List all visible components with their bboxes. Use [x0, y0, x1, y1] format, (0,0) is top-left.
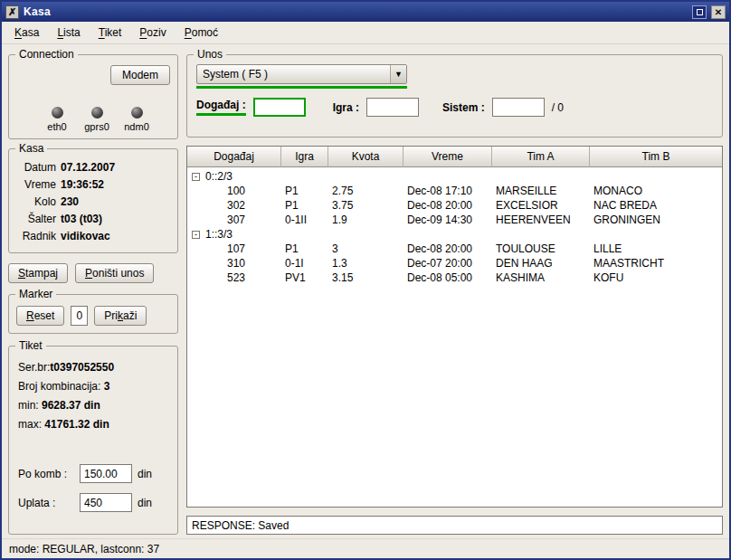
header-kvota[interactable]: Kvota	[328, 147, 403, 167]
table-cell: Dec-08 20:00	[403, 199, 492, 212]
table-cell: Dec-08 05:00	[403, 271, 492, 284]
menu-item-poziv[interactable]: Poziv	[131, 23, 174, 43]
radnik-label: Radnik	[16, 228, 56, 245]
table-cell: 107	[187, 242, 281, 255]
led-panel: eth0 gprs0 ndm0	[40, 107, 154, 132]
dogadjaj-input[interactable]	[253, 98, 306, 117]
table-cell: 307	[187, 214, 281, 226]
min-line: min: 9628.37 din	[18, 396, 168, 415]
unos-legend: Unos	[194, 48, 226, 62]
prikazi-button[interactable]: Prikaži	[94, 306, 147, 326]
header-tim-a[interactable]: Tim A	[492, 147, 590, 167]
led-label: ndm0	[124, 121, 149, 132]
table-cell: 523	[187, 271, 281, 284]
table-cell: NAC BREDA	[590, 199, 722, 212]
chevron-down-icon: ▼	[390, 65, 406, 83]
uplata-label: Uplata :	[18, 497, 74, 509]
uplata-unit: din	[138, 497, 152, 509]
table-cell: PV1	[281, 271, 328, 284]
status-bar: mode: REGULAR, lastconn: 37	[2, 538, 729, 558]
header-vreme[interactable]: Vreme	[403, 147, 492, 167]
radnik-value: vidikovac	[61, 228, 110, 245]
header-tim-b[interactable]: Tim B	[590, 147, 722, 167]
serial-label: Ser.br:	[18, 361, 50, 374]
table-cell: 310	[187, 257, 281, 270]
table-cell: P1	[281, 242, 328, 255]
table-cell: Dec-07 20:00	[403, 257, 492, 270]
led-ndm0: ndm0	[119, 107, 154, 132]
salter-value: t03 (t03)	[61, 211, 102, 228]
max-unit: din	[93, 418, 109, 431]
table-row[interactable]: 3070-1II1.9Dec-09 14:30HEERENVEENGRONING…	[187, 213, 722, 227]
menu-item-lista[interactable]: Lista	[49, 23, 88, 43]
table-row[interactable]: 100P12.75Dec-08 17:10MARSEILLEMONACO	[187, 184, 722, 198]
table-row[interactable]: 3100-1I1.3Dec-07 20:00DEN HAAGMAASTRICHT	[187, 256, 722, 271]
collapse-icon[interactable]: -	[192, 231, 200, 239]
comb-line: Broj kombinacija: 3	[18, 377, 168, 396]
reset-button[interactable]: Reset	[16, 306, 64, 326]
table-cell: MARSEILLE	[492, 185, 590, 197]
table-cell: 0-1I	[281, 257, 328, 270]
menu-item-kasa[interactable]: Kasa	[6, 23, 47, 43]
eth0-led-icon	[52, 107, 63, 119]
collapse-icon[interactable]: -	[192, 173, 200, 181]
close-button[interactable]: ✕	[711, 5, 726, 19]
system-select[interactable]: System ( F5 ) ▼	[196, 64, 407, 84]
dogadjaj-label: Događaj :	[196, 99, 246, 116]
datum-label: Datum	[16, 159, 56, 176]
led-label: eth0	[47, 121, 66, 132]
table-body: -0::2/3100P12.75Dec-08 17:10MARSEILLEMON…	[187, 167, 722, 507]
table-cell: 100	[187, 185, 281, 197]
table-cell: KASHIMA	[492, 271, 590, 284]
stampaj-button[interactable]: Stampaj	[8, 263, 68, 283]
group-label: 1::3/3	[205, 228, 233, 241]
header-dogadjaj[interactable]: Događaj	[187, 147, 281, 167]
header-igra[interactable]: Igra	[281, 147, 328, 167]
uplata-input[interactable]	[80, 493, 132, 512]
ponisti-unos-button[interactable]: Poništi unos	[75, 263, 154, 283]
datum-value: 07.12.2007	[61, 159, 115, 176]
right-column: Unos System ( F5 ) ▼ Događaj : Igra : Si…	[186, 49, 723, 535]
radnik-row: Radnik vidikovac	[16, 228, 170, 245]
kolo-row: Kolo 230	[16, 194, 170, 211]
menu-item-pomoc[interactable]: Pomoć	[176, 23, 226, 43]
po-komb-label: Po komb :	[18, 468, 74, 480]
led-gprs0: gprs0	[80, 107, 114, 132]
table-row[interactable]: 107P13Dec-08 20:00TOULOUSELILLE	[187, 242, 722, 256]
table-row[interactable]: 302P13.75Dec-08 20:00EXCELSIORNAC BREDA	[187, 198, 722, 213]
marker-row: Reset 0 Prikaži	[16, 306, 170, 326]
table-cell: Dec-08 20:00	[403, 242, 492, 255]
max-line: max: 41761.32 din	[18, 415, 168, 434]
group-cell: -0::2/3	[187, 170, 281, 183]
po-komb-input[interactable]	[80, 464, 132, 483]
table-cell: MONACO	[590, 185, 722, 197]
led-label: gprs0	[84, 121, 109, 132]
po-komb-row: Po komb : din	[18, 464, 168, 483]
table-row[interactable]: 523PV13.15Dec-08 05:00KASHIMAKOFU	[187, 271, 722, 285]
app-icon: ✗	[5, 5, 19, 19]
table-cell: 3.75	[328, 199, 403, 212]
led-eth0: eth0	[40, 107, 74, 132]
table-cell: P1	[281, 185, 328, 197]
titlebar[interactable]: ✗ Kasa ✕	[2, 2, 729, 22]
connection-legend: Connection	[15, 48, 78, 62]
sistem-input[interactable]	[492, 98, 545, 117]
app-window: ✗ Kasa ✕ Kasa Lista Tiket Poziv Pomoć Co…	[0, 0, 731, 560]
igra-input[interactable]	[366, 98, 419, 117]
main-content: Connection Modem eth0 gprs0 ndm0	[2, 44, 729, 538]
table-group-row[interactable]: -0::2/3	[187, 169, 722, 184]
table-header: Događaj Igra Kvota Vreme Tim A Tim B	[187, 147, 722, 167]
table-cell: 302	[187, 199, 281, 212]
table-cell: 3	[328, 242, 403, 255]
maximize-button[interactable]	[692, 5, 707, 19]
vreme-value: 19:36:52	[61, 176, 104, 194]
marker-group: Marker Reset 0 Prikaži	[8, 294, 178, 334]
table-cell: LILLE	[590, 242, 722, 255]
min-value: 9628.37	[42, 399, 81, 412]
marker-legend: Marker	[15, 288, 56, 301]
modem-button[interactable]: Modem	[110, 65, 170, 85]
table-cell: Dec-09 14:30	[403, 214, 492, 226]
max-label: max:	[18, 418, 42, 431]
table-group-row[interactable]: -1::3/3	[187, 227, 722, 242]
menu-item-tiket[interactable]: Tiket	[90, 23, 130, 43]
